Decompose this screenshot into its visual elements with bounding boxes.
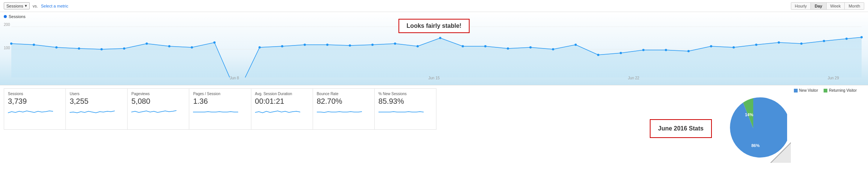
svg-point-30: [665, 49, 667, 51]
stat-pageviews-label: Pageviews: [131, 92, 185, 96]
svg-point-37: [823, 40, 825, 42]
stat-bounce-rate: Bounce Rate 82.70%: [313, 89, 375, 129]
top-bar: Sessions ▾ vs. Select a metric Hourly Da…: [0, 0, 868, 12]
svg-point-7: [123, 47, 125, 50]
stat-avg-duration-label: Avg. Session Duration: [255, 92, 309, 96]
vs-label: vs.: [33, 4, 38, 8]
svg-point-5: [78, 47, 80, 50]
svg-point-29: [642, 49, 645, 51]
stats-annotation: June 2016 Stats: [650, 119, 712, 138]
svg-point-11: [213, 41, 216, 44]
hourly-button[interactable]: Hourly: [791, 3, 811, 9]
svg-point-15: [326, 44, 328, 46]
stat-users-value: 3,255: [70, 97, 123, 106]
right-panel: New Visitor Returning Visitor June 2016 …: [646, 85, 864, 163]
dropdown-arrow: ▾: [25, 3, 27, 8]
svg-text:86%: 86%: [751, 143, 760, 148]
stat-pageviews-value: 5,080: [131, 97, 185, 106]
svg-point-23: [507, 47, 509, 50]
svg-point-36: [800, 42, 803, 45]
svg-point-9: [168, 45, 170, 47]
stat-sessions-value: 3,739: [8, 97, 62, 106]
svg-point-32: [710, 45, 712, 47]
svg-point-4: [55, 46, 58, 49]
stat-bounce-rate-value: 82.70%: [317, 97, 371, 106]
svg-point-22: [484, 45, 486, 47]
stats-cards: Sessions 3,739 Users 3,255 Pageviews 5,0…: [4, 88, 436, 130]
svg-point-39: [860, 36, 863, 38]
svg-point-8: [146, 42, 148, 45]
svg-point-35: [778, 41, 780, 44]
stat-users: Users 3,255: [66, 89, 128, 129]
stat-pageviews-sparkline: [131, 107, 176, 117]
pie-chart-container: 14% 86%: [719, 94, 787, 163]
svg-point-3: [33, 44, 35, 46]
svg-point-21: [462, 45, 464, 47]
time-buttons: Hourly Day Week Month: [791, 2, 864, 10]
stat-bounce-sparkline: [317, 107, 362, 117]
series-label-text: Sessions: [9, 14, 26, 19]
page-curl: [770, 142, 791, 163]
legend-new-visitor-label: New Visitor: [799, 88, 818, 92]
bottom-section: Sessions 3,739 Users 3,255 Pageviews 5,0…: [0, 85, 868, 187]
legend-returning-visitor-label: Returning Visitor: [829, 88, 857, 92]
stat-new-sessions-label: % New Sessions: [379, 92, 432, 96]
svg-point-2: [10, 42, 12, 45]
svg-point-24: [529, 46, 532, 49]
chart-annotation: Looks fairly stable!: [398, 19, 470, 33]
legend-new-visitor: New Visitor: [794, 88, 818, 92]
series-dot: [4, 15, 7, 18]
svg-point-28: [620, 52, 622, 54]
select-metric-link[interactable]: Select a metric: [41, 4, 68, 8]
stat-pages-session-value: 1.36: [193, 97, 247, 106]
stat-sessions-label: Sessions: [8, 92, 62, 96]
top-left-controls: Sessions ▾ vs. Select a metric: [4, 2, 68, 9]
stat-new-sessions-value: 85.93%: [379, 97, 432, 106]
svg-point-34: [755, 44, 757, 46]
svg-point-10: [191, 46, 193, 49]
legend-returning-visitor: Returning Visitor: [824, 88, 857, 92]
svg-point-12: [258, 46, 261, 49]
stat-pages-session-label: Pages / Session: [193, 92, 247, 96]
svg-point-18: [394, 42, 396, 45]
svg-point-14: [304, 44, 306, 46]
chart-series-label: Sessions: [4, 14, 26, 19]
svg-point-19: [417, 45, 419, 47]
x-axis: Jun 8 Jun 15 Jun 22 Jun 29: [0, 76, 868, 83]
stat-bounce-rate-label: Bounce Rate: [317, 92, 371, 96]
svg-point-16: [349, 44, 351, 47]
stat-avg-duration-value: 00:01:21: [255, 97, 309, 106]
x-label-jun8: Jun 8: [230, 76, 239, 80]
svg-point-38: [845, 38, 848, 40]
month-button[interactable]: Month: [845, 3, 864, 9]
legend: New Visitor Returning Visitor: [646, 88, 857, 92]
svg-point-26: [575, 44, 577, 46]
legend-new-visitor-swatch: [794, 89, 798, 92]
x-label-jun22: Jun 22: [628, 76, 639, 80]
stat-new-sessions-sparkline: [379, 107, 424, 117]
svg-point-31: [687, 50, 690, 52]
pie-and-annotation: June 2016 Stats 14% 86%: [646, 94, 864, 163]
svg-point-17: [371, 44, 374, 46]
x-label-jun15: Jun 15: [428, 76, 439, 80]
stat-duration-sparkline: [255, 107, 300, 117]
svg-point-13: [281, 45, 283, 47]
sessions-label: Sessions: [6, 4, 23, 8]
stat-sessions: Sessions 3,739: [4, 89, 66, 129]
svg-point-20: [439, 37, 441, 39]
stat-new-sessions: % New Sessions 85.93%: [375, 89, 436, 129]
week-button[interactable]: Week: [827, 3, 845, 9]
stat-pageviews: Pageviews 5,080: [128, 89, 189, 129]
svg-point-6: [100, 48, 103, 50]
svg-point-33: [733, 46, 735, 49]
main-chart: Sessions 200 100 Looks fairly stable!: [0, 12, 868, 85]
day-button[interactable]: Day: [811, 3, 826, 9]
stat-sessions-sparkline: [8, 107, 53, 117]
svg-point-25: [552, 48, 554, 50]
sessions-dropdown[interactable]: Sessions ▾: [4, 2, 30, 9]
legend-returning-visitor-swatch: [824, 89, 827, 92]
stat-pages-sparkline: [193, 107, 238, 117]
svg-point-27: [597, 54, 599, 56]
stat-pages-session: Pages / Session 1.36: [189, 89, 251, 129]
stat-avg-duration: Avg. Session Duration 00:01:21: [251, 89, 313, 129]
